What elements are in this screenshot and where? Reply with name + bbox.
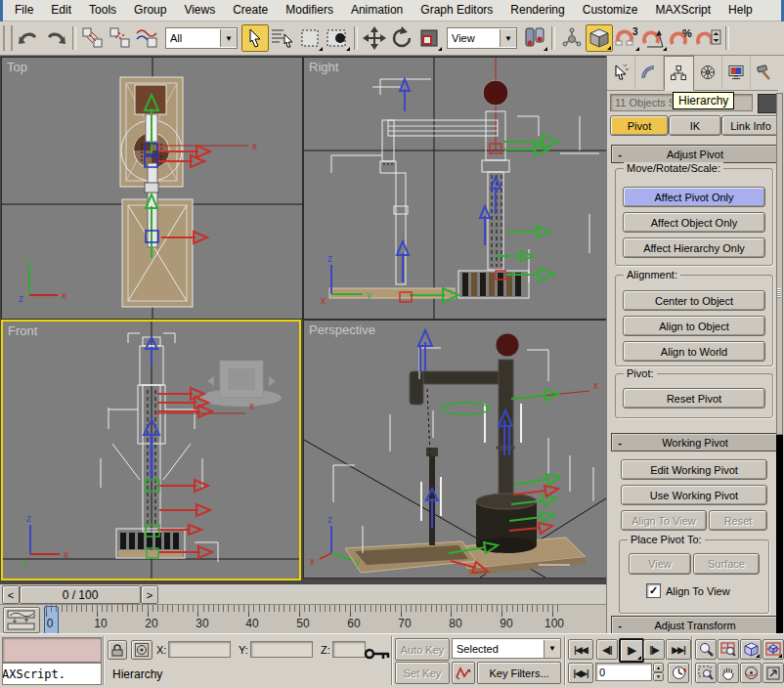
viewport-perspective[interactable]: x: [303, 320, 607, 579]
panel-scrollbar-thumb[interactable]: [776, 93, 783, 435]
menu-customize[interactable]: Customize: [574, 0, 647, 21]
play-button[interactable]: ▶: [619, 638, 644, 663]
time-slider-prev-button[interactable]: <: [2, 585, 20, 604]
reset-button[interactable]: Reset: [709, 510, 767, 531]
viewport-perspective-label[interactable]: Perspective: [309, 322, 375, 337]
tab-display[interactable]: [722, 56, 751, 89]
previous-frame-button[interactable]: ◀||: [596, 639, 618, 660]
viewport-top-label[interactable]: Top: [7, 60, 27, 74]
menu-group[interactable]: Group: [125, 0, 175, 21]
zoom-extents-all-icon[interactable]: [762, 639, 784, 660]
align-to-view-button[interactable]: Align To View: [621, 510, 707, 531]
spinner-up-icon[interactable]: ▲: [653, 663, 664, 672]
adjust-pivot-rollout-header[interactable]: - Adjust Pivot: [611, 145, 779, 163]
angle-snap-toggle-icon[interactable]: [640, 24, 668, 52]
rectangular-selection-region-icon[interactable]: [296, 24, 324, 52]
select-object-button[interactable]: [241, 24, 269, 52]
spinner-down-icon[interactable]: ▼: [653, 672, 664, 682]
absolute-offset-mode-toggle-icon[interactable]: [131, 640, 152, 660]
next-frame-button[interactable]: ||▶: [643, 639, 665, 660]
select-and-manipulate-icon[interactable]: [558, 24, 586, 52]
menu-tools[interactable]: Tools: [80, 0, 125, 21]
working-pivot-rollout-header[interactable]: - Working Pivot: [611, 433, 779, 452]
chevron-down-icon[interactable]: ▼: [220, 29, 237, 47]
menu-help[interactable]: Help: [719, 0, 762, 21]
zoom-all-icon[interactable]: [718, 639, 739, 660]
menu-views[interactable]: Views: [175, 0, 224, 21]
key-filters-button[interactable]: Key Filters...: [477, 662, 561, 684]
affect-object-only-button[interactable]: Affect Object Only: [623, 212, 765, 233]
pan-icon[interactable]: [718, 663, 739, 683]
center-to-object-button[interactable]: Center to Object: [623, 290, 765, 311]
select-and-rotate-icon[interactable]: [388, 24, 415, 52]
chevron-down-icon[interactable]: ▼: [500, 29, 516, 47]
align-to-object-button[interactable]: Align to Object: [623, 316, 765, 336]
frame-spinner[interactable]: ▲ ▼: [653, 663, 664, 681]
chevron-down-icon[interactable]: ▼: [544, 640, 560, 658]
percent-snap-toggle-icon[interactable]: %: [668, 24, 695, 52]
selection-filter-dropdown[interactable]: All ▼: [165, 27, 238, 49]
toolbar-drag-handle[interactable]: [3, 25, 13, 51]
set-key-button[interactable]: Set Key: [395, 662, 450, 684]
snaps-toggle-icon[interactable]: [586, 24, 613, 52]
go-to-end-button[interactable]: ▶▶|: [666, 639, 691, 660]
z-coord-input[interactable]: [332, 641, 366, 658]
select-and-move-icon[interactable]: [361, 24, 388, 52]
tab-create[interactable]: [607, 56, 635, 89]
affect-hierarchy-only-button[interactable]: Affect Hierarchy Only: [623, 237, 765, 258]
maxscript-macro-pane[interactable]: [2, 637, 102, 663]
ik-mode-button[interactable]: IK: [669, 115, 721, 136]
time-configuration-icon[interactable]: [668, 663, 689, 683]
reference-coordinate-system-dropdown[interactable]: View ▼: [447, 27, 517, 49]
menu-graph-editors[interactable]: Graph Editors: [412, 0, 501, 21]
link-info-mode-button[interactable]: Link Info: [721, 115, 780, 136]
menu-animation[interactable]: Animation: [342, 0, 412, 21]
reset-pivot-button[interactable]: Reset Pivot: [623, 388, 765, 408]
place-view-button[interactable]: View: [629, 553, 691, 575]
y-coord-input[interactable]: [250, 641, 313, 658]
time-slider-next-button[interactable]: >: [141, 585, 158, 604]
select-and-link-icon[interactable]: [79, 24, 107, 52]
bind-to-space-warp-icon[interactable]: [134, 24, 161, 52]
tab-motion[interactable]: [694, 56, 722, 89]
default-in-out-tangents-icon[interactable]: [452, 662, 475, 684]
tab-modify[interactable]: [635, 56, 664, 89]
menu-edit[interactable]: Edit: [42, 0, 80, 21]
use-working-pivot-button[interactable]: Use Working Pivot: [621, 485, 767, 505]
viewport-right-label[interactable]: Right: [309, 60, 338, 74]
selection-lock-toggle-icon[interactable]: [108, 640, 127, 660]
window-crossing-toggle-icon[interactable]: [324, 24, 351, 52]
key-mode-dropdown[interactable]: Selected ▼: [452, 638, 561, 659]
menu-modifiers[interactable]: Modifiers: [277, 0, 342, 21]
redo-icon[interactable]: [42, 24, 69, 52]
tab-utilities[interactable]: [751, 56, 778, 89]
align-to-view-checkbox[interactable]: ✓: [646, 583, 661, 598]
auto-key-button[interactable]: Auto Key: [395, 638, 450, 661]
object-color-swatch[interactable]: [758, 94, 777, 113]
use-pivot-point-center-icon[interactable]: [521, 24, 548, 52]
panel-scrollbar[interactable]: [776, 93, 783, 679]
key-mode-toggle-button[interactable]: |◀▶|: [568, 663, 593, 683]
menu-file[interactable]: File: [6, 0, 42, 21]
viewport-right[interactable]: z y x Right: [303, 57, 607, 320]
time-slider[interactable]: 0 / 100: [20, 585, 141, 604]
spinner-snap-toggle-icon[interactable]: [695, 24, 722, 52]
select-by-name-icon[interactable]: [269, 24, 296, 52]
affect-pivot-only-button[interactable]: Affect Pivot Only: [623, 187, 765, 207]
current-frame-input[interactable]: [595, 663, 652, 681]
arc-rotate-icon[interactable]: [740, 663, 762, 683]
zoom-region-icon[interactable]: [695, 663, 717, 683]
adjust-transform-rollout-header[interactable]: - Adjust Transform: [611, 616, 779, 634]
unlink-selection-icon[interactable]: [107, 24, 134, 52]
menu-create[interactable]: Create: [224, 0, 277, 21]
menu-maxscript[interactable]: MAXScript: [646, 0, 719, 21]
menu-rendering[interactable]: Rendering: [501, 0, 573, 21]
place-surface-button[interactable]: Surface: [693, 553, 760, 575]
keyboard-shortcut-override-icon[interactable]: [364, 646, 391, 664]
viewport-top[interactable]: x y x z Top: [1, 57, 303, 320]
x-coord-input[interactable]: [168, 641, 231, 658]
object-snap-3d-icon[interactable]: 3: [613, 24, 640, 52]
zoom-extents-icon[interactable]: [740, 639, 762, 660]
zoom-icon[interactable]: [695, 639, 717, 660]
pivot-mode-button[interactable]: Pivot: [610, 115, 669, 136]
